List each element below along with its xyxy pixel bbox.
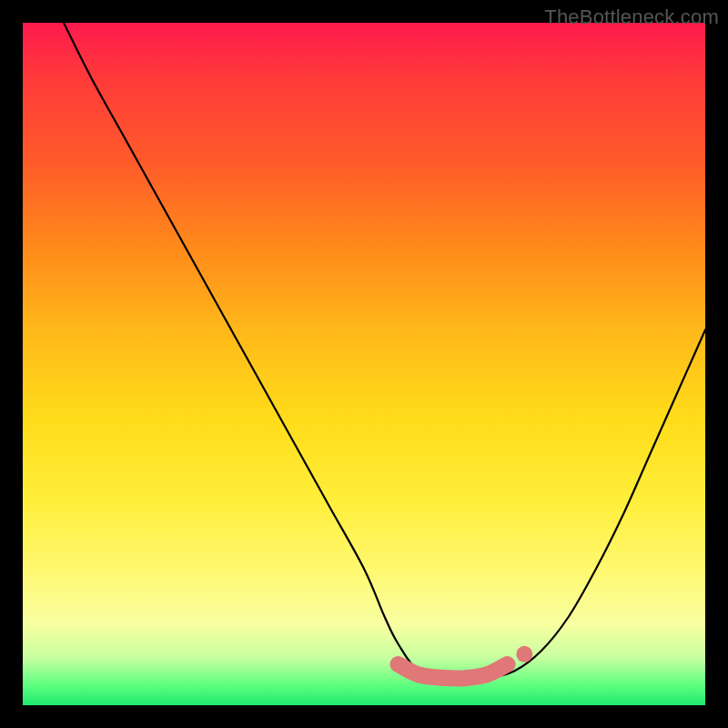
watermark-text: TheBottleneck.com: [544, 5, 719, 29]
bottleneck-curve-path: [64, 23, 705, 679]
chart-frame: TheBottleneck.com: [0, 0, 728, 728]
highlight-end-dot: [516, 646, 532, 662]
plot-area: [23, 23, 705, 705]
bottleneck-curve-svg: [23, 23, 705, 705]
highlight-band-path: [399, 664, 508, 679]
